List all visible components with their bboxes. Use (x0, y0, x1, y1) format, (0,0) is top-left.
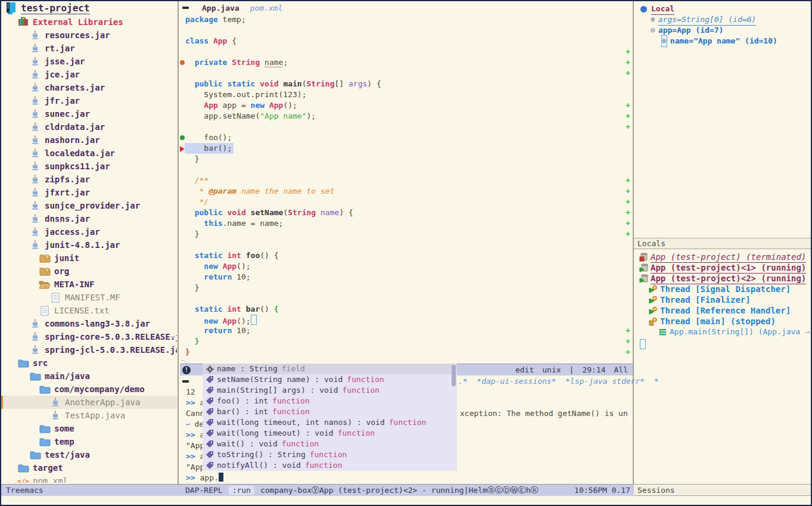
code-line[interactable]: public static void main(String[] args) { (180, 79, 633, 89)
code-line[interactable]: System.out.print(123); (180, 89, 633, 100)
code-line[interactable]: */ (180, 197, 633, 207)
code-line[interactable]: return 10; (180, 325, 633, 336)
session-row[interactable]: Thread [Finalizer] (634, 294, 812, 305)
session-row[interactable]: Thread [main] (stopped) (634, 316, 812, 327)
tree-item-target[interactable]: target (1, 461, 177, 474)
code-line[interactable] (180, 164, 633, 175)
tree-item-resources-jar[interactable]: resources.jar (1, 29, 177, 42)
completion-item[interactable]: foo() : intfunction (203, 396, 457, 406)
tree-item-test-java[interactable]: test/java (1, 448, 177, 461)
code-editor[interactable]: package temp;class App { private String … (180, 14, 633, 364)
code-line[interactable]: this.name = name; (180, 218, 633, 229)
code-line[interactable]: new App(); (180, 261, 633, 272)
tree-item-dnsns-jar[interactable]: dnsns.jar (1, 212, 177, 225)
completion-item[interactable]: main(String[] args) : voidfunction (203, 385, 457, 396)
completion-item[interactable]: notifyAll() : voidfunction (203, 460, 457, 471)
tree-item-license-txt[interactable]: LICENSE.txt (1, 304, 177, 317)
tree-item-cldrdata-jar[interactable]: cldrdata.jar (1, 120, 177, 134)
tree-item-jfxrt-jar[interactable]: jfxrt.jar (1, 186, 177, 199)
session-row[interactable]: App.main(String[]) (App.java→ (634, 327, 812, 337)
session-row[interactable]: Thread [Signal Dispatcher] (634, 284, 812, 294)
tree-item-commons-lang3-3-8-jar[interactable]: commons-lang3-3.8.jar (1, 317, 177, 330)
tree-item-sunjce-provider-jar[interactable]: sunjce_provider.jar (1, 199, 177, 212)
expand-icon[interactable]: ⊕ (661, 35, 667, 47)
current-instruction-arrow[interactable] (180, 146, 185, 152)
tree-item-jfr-jar[interactable]: jfr.jar (1, 94, 177, 107)
tree-item-testapp-java[interactable]: TestApp.java (1, 409, 177, 422)
variable-row[interactable]: ⊕args=String[0] (id=6) (634, 14, 812, 25)
code-line[interactable]: App app = new App(); (180, 100, 633, 111)
completion-item[interactable]: setName(String name) : voidfunction (203, 374, 457, 385)
locals-panel[interactable]: Local⊕args=String[0] (id=6)⊖app=App (id=… (634, 1, 812, 238)
completion-item[interactable]: toString() : Stringfunction (203, 449, 457, 460)
tree-item-sunpkcs11-jar[interactable]: sunpkcs11.jar (1, 160, 177, 173)
echo-area[interactable] (1, 496, 811, 505)
tree-item-zipfs-jar[interactable]: zipfs.jar (1, 173, 177, 186)
code-line[interactable] (180, 122, 633, 132)
completion-item[interactable]: wait(long timeout) : voidfunction (203, 428, 457, 439)
tree-item-src[interactable]: src (1, 356, 177, 370)
tree-item-some[interactable]: some (1, 422, 177, 435)
expand-icon[interactable]: ⊕ (651, 14, 655, 25)
tree-item-com-mycompany-demo[interactable]: com/mycompany/demo (1, 383, 177, 396)
tree-item-anotherapp-java[interactable]: AnotherApp.java (1, 396, 177, 409)
code-line[interactable] (180, 293, 633, 304)
tree-item-temp[interactable]: temp (1, 435, 177, 448)
code-line[interactable]: private String name; (180, 57, 633, 68)
completion-item[interactable]: bar() : intfunction (203, 406, 457, 417)
code-line[interactable]: app.setName("App name"); (180, 111, 633, 122)
code-line[interactable]: } (180, 154, 633, 164)
tree-item-jsse-jar[interactable]: jsse.jar (1, 55, 177, 68)
tree-item-localedata-jar[interactable]: localedata.jar (1, 147, 177, 160)
tree-item-manifest-mf[interactable]: MANIFEST.MF (1, 291, 177, 304)
code-line[interactable] (180, 46, 633, 57)
tree-item-spring-core-5-0-3-release-j[interactable]: spring-core-5.0.3.RELEASE.j→ (1, 330, 177, 343)
code-line[interactable]: * @param name the name to set (180, 186, 633, 197)
completion-item[interactable]: name : Stringfield (203, 364, 457, 374)
breakpoint-icon[interactable] (180, 60, 185, 65)
locals-scope-row[interactable]: Local (634, 4, 812, 14)
window-divider-left[interactable] (178, 1, 179, 484)
collapse-icon[interactable]: ⊖ (651, 25, 655, 36)
code-line[interactable]: new App(); (180, 315, 633, 325)
code-line[interactable] (180, 25, 633, 36)
tree-item-org[interactable]: org (1, 265, 177, 278)
variable-row[interactable]: ⊕name="App name" (id=10) (634, 36, 812, 46)
code-line[interactable]: package temp; (180, 14, 633, 25)
session-row[interactable]: App (test-project) (terminated) (634, 252, 812, 262)
code-line[interactable]: class App { (180, 36, 633, 46)
tree-item-test-project[interactable]: test-project (1, 1, 177, 15)
code-line[interactable]: bar(); (180, 143, 633, 154)
session-row[interactable]: App (test-project)<2> (running) (634, 273, 812, 284)
code-line[interactable]: } (180, 283, 633, 293)
sessions-panel[interactable]: App (test-project) (terminated)App (test… (634, 249, 812, 484)
tree-item-pom-xml[interactable]: </>pom.xml (1, 474, 177, 483)
code-line[interactable]: public void setName(String name) { (180, 207, 633, 218)
tree-item-junit[interactable]: junit (1, 252, 177, 265)
tree-item-junit-4-8-1-jar[interactable]: junit-4.8.1.jar (1, 238, 177, 252)
tree-item-main-java[interactable]: main/java (1, 370, 177, 383)
completion-popup[interactable]: name : StringfieldsetName(String name) :… (203, 364, 457, 471)
tree-item-external-libraries[interactable]: External Libraries (1, 15, 177, 29)
treemacs-panel[interactable]: test-projectExternal Librariesresources.… (1, 1, 177, 483)
tree-item-sunec-jar[interactable]: sunec.jar (1, 107, 177, 120)
tree-item-nashorn-jar[interactable]: nashorn.jar (1, 134, 177, 147)
tab-app-java[interactable]: App.java (202, 4, 239, 13)
repl-buffer-tabs[interactable]: .* *dap-ui-sessions* *lsp-java stderr* * (458, 375, 659, 387)
code-line[interactable]: static int foo() { (180, 250, 633, 261)
completion-item[interactable]: wait(long timeout, int nanos) : voidfunc… (203, 417, 457, 428)
tree-item-spring-jcl-5-0-3-release-ja[interactable]: spring-jcl-5.0.3.RELEASE.ja→ (1, 343, 177, 356)
code-line[interactable]: } (180, 229, 633, 240)
code-line[interactable]: static int bar() { (180, 304, 633, 315)
tab-pom-xml[interactable]: pom.xml (250, 4, 283, 13)
session-row[interactable]: Thread [Reference Handler] (634, 305, 812, 316)
completion-item[interactable]: wait() : voidfunction (203, 439, 457, 449)
variable-row[interactable]: ⊖app=App (id=7) (634, 25, 812, 36)
code-line[interactable]: return 10; (180, 272, 633, 283)
code-line[interactable] (180, 68, 633, 79)
breakpoint-icon[interactable] (180, 135, 185, 140)
repl-line[interactable]: >> app. (180, 473, 633, 483)
tree-item-charsets-jar[interactable]: charsets.jar (1, 81, 177, 94)
tree-item-jaccess-jar[interactable]: jaccess.jar (1, 225, 177, 238)
tree-item-rt-jar[interactable]: rt.jar (1, 42, 177, 55)
